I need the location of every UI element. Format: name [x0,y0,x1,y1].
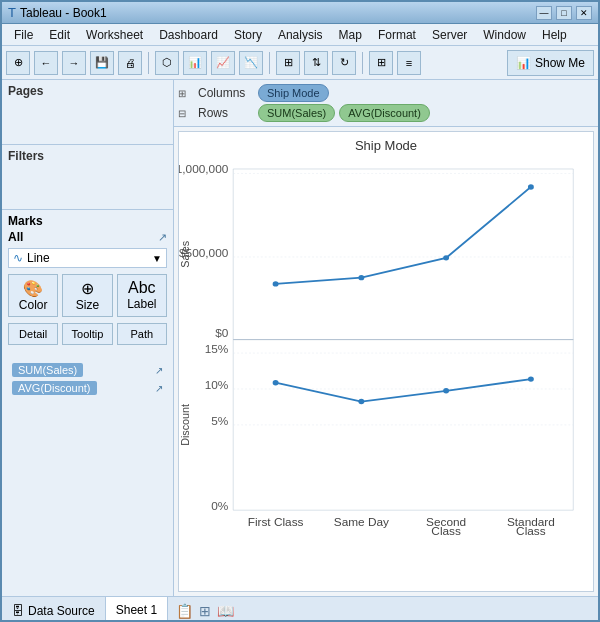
toolbar-separator3 [362,52,363,74]
menu-help[interactable]: Help [534,26,575,44]
color-button[interactable]: 🎨 Color [8,274,58,317]
save-button[interactable]: 💾 [90,51,114,75]
marks-section: Marks All ↗ ∿ Line ▼ 🎨 Color ⊕ Size [2,210,173,596]
menubar: File Edit Worksheet Dashboard Story Anal… [2,24,598,46]
svg-text:10%: 10% [205,379,229,390]
chart-title: Ship Mode [179,132,593,155]
tooltip-label: Tooltip [72,328,104,340]
size-label: Size [76,298,99,312]
tableau-icon: T [8,5,16,20]
svg-text:0%: 0% [211,501,228,512]
new-story-icon[interactable]: 📖 [217,603,234,619]
menu-file[interactable]: File [6,26,41,44]
columns-label: Columns [198,86,258,100]
sheet1-label: Sheet 1 [116,603,157,617]
toolbar-separator2 [269,52,270,74]
chart-area: Ship Mode $1,000,000 $500,000 $0 [178,131,594,592]
svg-point-24 [273,380,279,385]
avg-discount-row-pill[interactable]: AVG(Discount) [339,104,430,122]
svg-point-13 [358,275,364,280]
titlebar: T Tableau - Book1 — □ ✕ [2,2,598,24]
svg-text:Class: Class [431,526,461,537]
back-button[interactable]: ← [34,51,58,75]
sum-sales-pill[interactable]: SUM(Sales) [12,363,83,377]
statusbar: 🗄 Data Source Sheet 1 📋 ⊞ 📖 [2,596,598,622]
svg-text:$1,000,000: $1,000,000 [179,164,228,175]
chart-svg: $1,000,000 $500,000 $0 Sales [179,160,593,591]
titlebar-left: T Tableau - Book1 [8,5,107,20]
print-button[interactable]: 🖨 [118,51,142,75]
close-button[interactable]: ✕ [576,6,592,20]
new-worksheet-icon[interactable]: 📋 [176,603,193,619]
rows-icon: ⊟ [178,108,194,119]
detail-button[interactable]: Detail [8,323,58,345]
menu-worksheet[interactable]: Worksheet [78,26,151,44]
dropdown-arrow-icon: ▼ [152,253,162,264]
chart-icon: 📊 [516,56,531,70]
marks-all-text: All [8,230,23,244]
menu-dashboard[interactable]: Dashboard [151,26,226,44]
menu-window[interactable]: Window [475,26,534,44]
avg-discount-pill[interactable]: AVG(Discount) [12,381,97,395]
label-btn[interactable]: ≡ [397,51,421,75]
filter-btn[interactable]: ⊞ [276,51,300,75]
left-panel: Pages Filters Marks All ↗ ∿ Line ▼ 🎨 Col… [2,80,174,596]
svg-text:5%: 5% [211,415,228,426]
data-source-label: Data Source [28,604,95,618]
new-dashboard-icon[interactable]: ⊞ [199,603,211,619]
menu-story[interactable]: Story [226,26,270,44]
new-button[interactable]: ⊕ [6,51,30,75]
path-button[interactable]: Path [117,323,167,345]
group-btn[interactable]: ⊞ [369,51,393,75]
connect-button[interactable]: ⬡ [155,51,179,75]
sum-sales-chevron: ↗ [155,365,163,376]
sum-sales-row-pill[interactable]: SUM(Sales) [258,104,335,122]
chart-btn2[interactable]: 📈 [211,51,235,75]
chart-btn3[interactable]: 📉 [239,51,263,75]
menu-edit[interactable]: Edit [41,26,78,44]
menu-map[interactable]: Map [331,26,370,44]
main-layout: Pages Filters Marks All ↗ ∿ Line ▼ 🎨 Col… [2,80,598,596]
sheet1-tab[interactable]: Sheet 1 [106,597,168,622]
maximize-button[interactable]: □ [556,6,572,20]
marks-row2: Detail Tooltip Path [8,323,167,345]
pages-content [8,100,167,140]
svg-point-14 [443,255,449,260]
ship-mode-pill[interactable]: Ship Mode [258,84,329,102]
color-label: Color [19,298,48,312]
right-panel: ⊞ Columns Ship Mode ⊟ Rows SUM(Sales) AV… [174,80,598,596]
menu-analysis[interactable]: Analysis [270,26,331,44]
marks-type-selector[interactable]: ∿ Line ▼ [8,248,167,268]
svg-text:Class: Class [516,526,546,537]
refresh-btn[interactable]: ↻ [332,51,356,75]
svg-point-12 [273,281,279,286]
size-button[interactable]: ⊕ Size [62,274,112,317]
toolbar-separator [148,52,149,74]
titlebar-controls[interactable]: — □ ✕ [536,6,592,20]
measure-row-2: AVG(Discount) ↗ [8,379,167,397]
svg-point-27 [528,376,534,381]
sort-btn[interactable]: ⇅ [304,51,328,75]
columns-rows-bar: ⊞ Columns Ship Mode ⊟ Rows SUM(Sales) AV… [174,80,598,127]
window-title: Tableau - Book1 [20,6,107,20]
chart-btn1[interactable]: 📊 [183,51,207,75]
menu-format[interactable]: Format [370,26,424,44]
filters-label: Filters [8,149,167,163]
tooltip-button[interactable]: Tooltip [62,323,112,345]
path-label: Path [131,328,154,340]
forward-button[interactable]: → [62,51,86,75]
database-icon: 🗄 [12,604,24,618]
svg-text:Same Day: Same Day [334,517,390,528]
menu-server[interactable]: Server [424,26,475,44]
svg-text:15%: 15% [205,344,229,355]
size-icon: ⊕ [81,279,94,298]
data-source-tab[interactable]: 🗄 Data Source [2,597,106,622]
marks-type-label: Line [27,251,152,265]
minimize-button[interactable]: — [536,6,552,20]
svg-point-25 [358,399,364,404]
label-button[interactable]: Abc Label [117,274,167,317]
show-me-button[interactable]: 📊 Show Me [507,50,594,76]
marks-buttons: 🎨 Color ⊕ Size Abc Label [8,274,167,317]
filters-section: Filters [2,145,173,210]
rows-shelf: ⊟ Rows SUM(Sales) AVG(Discount) [178,104,594,122]
